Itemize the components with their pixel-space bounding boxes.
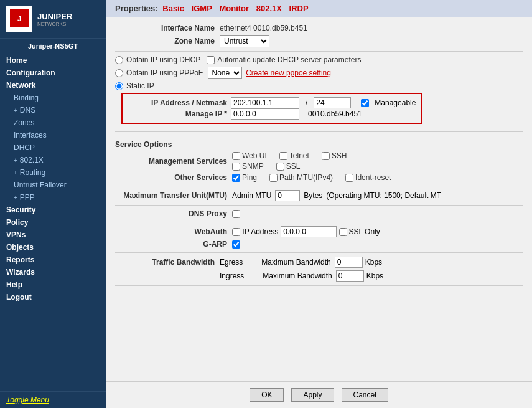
snmp-checkbox[interactable]	[232, 163, 240, 171]
ping-item: Ping	[232, 173, 257, 182]
garp-checkbox[interactable]	[232, 240, 240, 249]
tab-irdp[interactable]: IRDP	[289, 4, 309, 13]
dns-proxy-checkbox[interactable]	[232, 210, 240, 218]
sidebar-item-help[interactable]: Help	[0, 278, 106, 291]
tab-monitor[interactable]: Monitor	[219, 4, 249, 13]
ingress-label: Ingress	[220, 272, 244, 280]
egress-bw-input[interactable]	[335, 257, 363, 268]
ident-reset-checkbox[interactable]	[345, 174, 353, 182]
pppoe-label: Obtain IP using PPPoE	[126, 69, 203, 77]
kbps-label-ingress: Kbps	[366, 272, 383, 280]
ip-address-row: IP Address / Netmask / Manageable	[128, 97, 416, 108]
other-services-group: Ping Path MTU(IPv4) Ident-reset	[232, 173, 391, 182]
main-content: Properties: Basic IGMP Monitor 802.1X IR…	[106, 0, 532, 408]
interface-name-row: Interface Name ethernet4 0010.db59.b451	[115, 24, 523, 32]
ok-button[interactable]: OK	[250, 388, 284, 402]
mtu-unit: Bytes	[304, 191, 322, 200]
ip-address-input[interactable]	[231, 97, 299, 108]
logo-icon: J	[10, 9, 29, 29]
sidebar-item-routing[interactable]: +Routing	[0, 166, 106, 179]
create-pppoe-link[interactable]: Create new pppoe setting	[246, 69, 331, 77]
ssl-only-label: SSL Only	[349, 227, 380, 236]
sidebar-item-configuration[interactable]: Configuration	[0, 67, 106, 79]
sidebar-item-security[interactable]: Security	[0, 204, 106, 216]
interface-name-label: Interface Name	[115, 24, 215, 32]
manage-ip-suffix: 0010.db59.b451	[308, 110, 362, 118]
sidebar-item-logout[interactable]: Logout	[0, 291, 106, 303]
traffic-egress-row: Traffic Bandwidth Egress Maximum Bandwid…	[115, 257, 523, 268]
logo-box: J	[6, 6, 32, 32]
admin-mtu-label: Admin MTU	[232, 191, 271, 200]
webauth-checkbox[interactable]	[232, 228, 240, 236]
cancel-button[interactable]: Cancel	[342, 388, 388, 402]
snmp-item: SNMP	[232, 162, 264, 171]
pppoe-radio[interactable]	[115, 69, 123, 77]
webui-checkbox[interactable]	[232, 152, 240, 160]
max-bw-label-ingress: Maximum Bandwidth	[263, 272, 332, 280]
sidebar-item-reports[interactable]: Reports	[0, 254, 106, 266]
ingress-bw-input[interactable]	[336, 270, 364, 282]
mgmt-services-group: Web UI Telnet SSH SNMP	[232, 151, 347, 171]
tab-8021x[interactable]: 802.1X	[256, 4, 282, 13]
manage-ip-label: Manage IP *	[128, 110, 227, 118]
sidebar-item-dhcp[interactable]: DHCP	[0, 141, 106, 154]
tab-basic[interactable]: Basic	[162, 4, 184, 13]
static-label: Static IP	[126, 82, 154, 90]
path-mtu-item: Path MTU(IPv4)	[269, 173, 333, 182]
webui-item: Web UI	[232, 151, 267, 160]
apply-button[interactable]: Apply	[291, 388, 334, 402]
kbps-label-egress: Kbps	[365, 258, 382, 267]
garp-row: G-ARP	[115, 240, 523, 249]
properties-label: Properties:	[115, 4, 158, 13]
other-services-row: Other Services Ping Path MTU(IPv4) Ident…	[115, 173, 523, 182]
ping-checkbox[interactable]	[232, 174, 240, 182]
tab-igmp[interactable]: IGMP	[192, 4, 212, 13]
sidebar-item-interfaces[interactable]: Interfaces	[0, 129, 106, 141]
properties-bar: Properties: Basic IGMP Monitor 802.1X IR…	[106, 0, 532, 17]
logo-brand: JUNIPER	[37, 12, 72, 21]
manage-ip-row: Manage IP * 0010.db59.b451	[128, 108, 416, 120]
sidebar-item-binding[interactable]: Binding	[0, 92, 106, 104]
svg-text:J: J	[17, 15, 21, 22]
sidebar-item-objects[interactable]: Objects	[0, 241, 106, 254]
telnet-checkbox[interactable]	[279, 152, 287, 160]
sidebar-item-network[interactable]: Network	[0, 79, 106, 92]
dhcp-label: Obtain IP using DHCP	[126, 55, 200, 64]
ssl-item: SSL	[276, 162, 301, 171]
sidebar-item-dns[interactable]: +DNS	[0, 104, 106, 116]
sidebar-item-untrust-failover[interactable]: Untrust Failover	[0, 179, 106, 191]
interface-name-value: ethernet4 0010.db59.b451	[220, 24, 307, 32]
toggle-menu[interactable]: Toggle Menu	[0, 391, 106, 408]
sidebar-item-home[interactable]: Home	[0, 54, 106, 67]
dhcp-radio[interactable]	[115, 56, 123, 64]
content-area: Interface Name ethernet4 0010.db59.b451 …	[106, 17, 532, 381]
auto-dhcp-label: Automatic update DHCP server parameters	[217, 55, 361, 64]
sidebar-item-zones[interactable]: Zones	[0, 116, 106, 129]
manage-ip-input[interactable]	[231, 108, 299, 120]
sidebar-item-ppp[interactable]: +PPP	[0, 191, 106, 204]
pppoe-select[interactable]: None	[208, 67, 242, 79]
ssl-checkbox[interactable]	[276, 163, 284, 171]
sidebar-item-vpns[interactable]: VPNs	[0, 229, 106, 241]
static-row: Static IP	[115, 82, 523, 90]
zone-name-select[interactable]: Untrust Trust DMZ Null	[220, 35, 269, 47]
webauth-ip-input[interactable]	[281, 226, 337, 237]
manageable-checkbox[interactable]	[361, 99, 369, 107]
sidebar-brand: Juniper-NS5GT	[0, 39, 106, 54]
ssl-only-checkbox[interactable]	[339, 228, 347, 236]
ssh-checkbox[interactable]	[322, 152, 330, 160]
auto-dhcp-checkbox[interactable]	[207, 56, 215, 64]
path-mtu-checkbox[interactable]	[269, 174, 278, 182]
mtu-operating: (Operating MTU: 1500; Default MT	[326, 191, 441, 200]
mtu-input[interactable]	[275, 190, 300, 201]
dhcp-row: Obtain IP using DHCP Automatic update DH…	[115, 55, 523, 64]
mtu-label: Maximum Transfer Unit(MTU)	[115, 191, 227, 200]
static-radio[interactable]	[115, 82, 123, 90]
netmask-input[interactable]	[314, 97, 351, 108]
sidebar-item-8021x[interactable]: +802.1X	[0, 154, 106, 166]
max-bw-label-egress: Maximum Bandwidth	[261, 258, 330, 267]
sidebar-item-policy[interactable]: Policy	[0, 216, 106, 229]
ident-reset-item: Ident-reset	[345, 173, 391, 182]
traffic-bandwidth-label: Traffic Bandwidth	[115, 258, 215, 267]
sidebar-item-wizards[interactable]: Wizards	[0, 266, 106, 278]
